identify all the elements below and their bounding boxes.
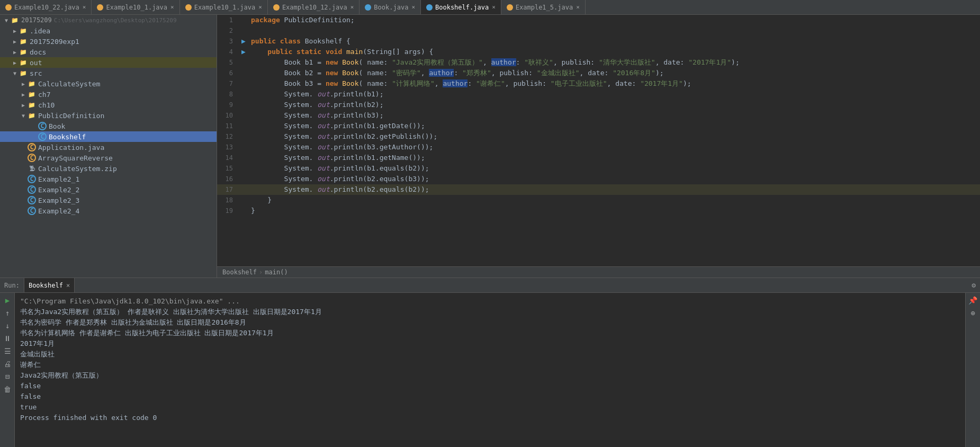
sidebar-item-bookshelf[interactable]: C Bookshelf <box>0 131 217 142</box>
tab-example10-1a[interactable]: Example10_1.java × <box>92 0 179 14</box>
sidebar-item-root[interactable]: ▼ 📁 20175209 C:\Users\wangzhong\Desktop\… <box>0 15 217 25</box>
line-content[interactable]: System. out.println(b3.getAuthor()); <box>249 142 980 153</box>
run-expand-button[interactable]: ⊕ <box>968 308 978 318</box>
zip-icon: 🗜 <box>28 164 36 173</box>
sidebar: ▼ 📁 20175209 C:\Users\wangzhong\Desktop\… <box>0 15 217 278</box>
breadcrumb-file[interactable]: Bookshelf <box>222 269 257 276</box>
tab-bookshelf[interactable]: Bookshelf.java × <box>421 0 501 14</box>
sidebar-item-arraysquarereverse[interactable]: C ArraySquareReverse <box>0 153 217 163</box>
sidebar-item-book[interactable]: C Book <box>0 121 217 131</box>
java-c-icon: C <box>28 196 36 204</box>
sidebar-item-example2-3[interactable]: C Example2_3 <box>0 195 217 205</box>
bottom-panel: Run: Bookshelf × ⚙ ▶ ↑ ↓ ⏸ ☰ 🖨 ⊟ 🗑 "C:\P… <box>0 278 980 447</box>
run-pin-button[interactable]: 📌 <box>968 295 978 306</box>
breadcrumb-sep: › <box>259 269 263 276</box>
finish-line: Process finished with exit code 0 <box>20 413 960 423</box>
line-content[interactable]: System. out.println(b2.getPublish()); <box>249 131 980 142</box>
code-line-16: 16 System. out.println(b2.equals(b3)); <box>217 174 980 184</box>
folder-icon: 📁 <box>19 26 28 35</box>
sidebar-item-docs[interactable]: ▶ 📁 docs <box>0 47 217 57</box>
line-content[interactable]: System. out.println(b1.getName()); <box>249 153 980 163</box>
code-line-8: 8 System. out.println(b1); <box>217 89 980 100</box>
java-c-icon: C <box>28 185 36 194</box>
line-content[interactable]: public static void main(String[] args) { <box>249 47 980 57</box>
line-content[interactable]: package PublicDefinition; <box>249 15 980 25</box>
line-arrow <box>238 57 249 68</box>
run-tab-close[interactable]: × <box>66 282 70 289</box>
folder-icon: 📁 <box>19 48 28 56</box>
line-content[interactable]: Book b1 = new Book( name: "Java2实用教程（第五版… <box>249 57 980 68</box>
breadcrumb: Bookshelf › main() <box>217 266 980 278</box>
run-tab-bookshelf[interactable]: Bookshelf × <box>24 278 75 292</box>
expand-arrow: ▶ <box>19 92 28 97</box>
sidebar-item-label: Example2_2 <box>38 186 79 194</box>
sidebar-item-example2-2[interactable]: C Example2_2 <box>0 184 217 195</box>
tab-icon-orange <box>507 4 513 11</box>
output-line-10: true <box>20 402 960 413</box>
tab-bar: Example10_22.java × Example10_1.java × E… <box>0 0 980 15</box>
line-number: 9 <box>217 100 238 110</box>
tab-close[interactable]: × <box>576 4 580 11</box>
line-arrow <box>238 131 249 142</box>
sidebar-item-example2-1[interactable]: C Example2_1 <box>0 174 217 184</box>
tab-close[interactable]: × <box>350 4 354 11</box>
line-content[interactable] <box>249 25 980 36</box>
run-print-button[interactable]: 🖨 <box>2 359 13 369</box>
run-settings-button[interactable]: ⚙ <box>972 281 976 289</box>
line-content[interactable]: System. out.println(b1); <box>249 89 980 100</box>
line-content[interactable]: Book b2 = new Book( name: "密码学", author:… <box>249 68 980 78</box>
sidebar-item-exp1[interactable]: ▶ 📁 20175209exp1 <box>0 36 217 47</box>
line-content[interactable]: System. out.println(b3); <box>249 110 980 121</box>
tab-close[interactable]: × <box>83 4 86 11</box>
line-content[interactable]: } <box>249 195 980 205</box>
sidebar-item-out[interactable]: ▶ 📁 out <box>0 57 217 68</box>
sidebar-item-src[interactable]: ▼ 📁 src <box>0 68 217 78</box>
tab-close[interactable]: × <box>411 4 415 11</box>
expand-arrow: ▶ <box>11 28 19 34</box>
sidebar-item-example2-4[interactable]: C Example2_4 <box>0 205 217 216</box>
code-line-19: 19 } <box>217 205 980 216</box>
output-line-2: 书名为密码学 作者是郑秀林 出版社为金城出版社 出版日期是2016年8月 <box>20 317 960 328</box>
run-play-button[interactable]: ▶ <box>2 295 13 306</box>
sidebar-item-ch7[interactable]: ▶ 📁 ch7 <box>0 89 217 100</box>
line-content[interactable]: } <box>249 205 980 216</box>
tab-example10-22[interactable]: Example10_22.java × <box>0 0 92 14</box>
line-content[interactable]: System. out.println(b2); <box>249 100 980 110</box>
line-content[interactable]: public class Bookshelf { <box>249 36 980 47</box>
sidebar-item-label: Example2_1 <box>38 175 79 183</box>
tab-example10-12[interactable]: Example10_12.java × <box>268 0 359 14</box>
run-list-button[interactable]: ☰ <box>2 346 13 356</box>
line-arrow <box>238 15 249 25</box>
tab-example10-1b[interactable]: Example10_1.java × <box>180 0 268 14</box>
line-content[interactable]: Book b3 = new Book( name: "计算机网络", autho… <box>249 78 980 89</box>
sidebar-item-calculatesystem[interactable]: ▶ 📁 CalculateSystem <box>0 78 217 89</box>
tab-icon-orange <box>5 4 12 11</box>
sidebar-item-ch10[interactable]: ▶ 📁 ch10 <box>0 100 217 110</box>
line-arrow <box>238 89 249 100</box>
tab-book[interactable]: Book.java × <box>359 0 421 14</box>
run-down-button[interactable]: ↓ <box>2 320 13 331</box>
run-pause-button[interactable]: ⏸ <box>2 333 13 344</box>
sidebar-item-calculatesystem-zip[interactable]: 🗜 CalculateSystem.zip <box>0 163 217 174</box>
line-content[interactable]: System. out.println(b2.equals(b2)); <box>249 184 980 195</box>
sidebar-item-label: docs <box>30 48 46 56</box>
code-area[interactable]: 1 package PublicDefinition; 2 3 ▶ public… <box>217 15 980 266</box>
code-editor: 1 package PublicDefinition; 2 3 ▶ public… <box>217 15 980 278</box>
line-content[interactable]: System. out.println(b1.getDate()); <box>249 121 980 131</box>
tab-close[interactable]: × <box>492 4 496 11</box>
sidebar-item-publicdefinition[interactable]: ▼ 📁 PublicDefinition <box>0 110 217 121</box>
run-output: "C:\Program Files\Java\jdk1.8.0_102\bin\… <box>15 293 965 447</box>
code-line-9: 9 System. out.println(b2); <box>217 100 980 110</box>
line-content[interactable]: System. out.println(b1.equals(b2)); <box>249 163 980 174</box>
tab-example1-5[interactable]: Example1_5.java × <box>501 0 586 14</box>
breadcrumb-method[interactable]: main() <box>265 269 287 276</box>
sidebar-item-idea[interactable]: ▶ 📁 .idea <box>0 25 217 36</box>
tab-close[interactable]: × <box>258 4 262 11</box>
run-trash-button[interactable]: 🗑 <box>2 384 13 395</box>
line-arrow <box>238 153 249 163</box>
run-filter-button[interactable]: ⊟ <box>2 371 13 382</box>
line-content[interactable]: System. out.println(b2.equals(b3)); <box>249 174 980 184</box>
run-up-button[interactable]: ↑ <box>2 308 13 318</box>
tab-close[interactable]: × <box>170 4 174 11</box>
sidebar-item-application[interactable]: C Application.java <box>0 142 217 153</box>
